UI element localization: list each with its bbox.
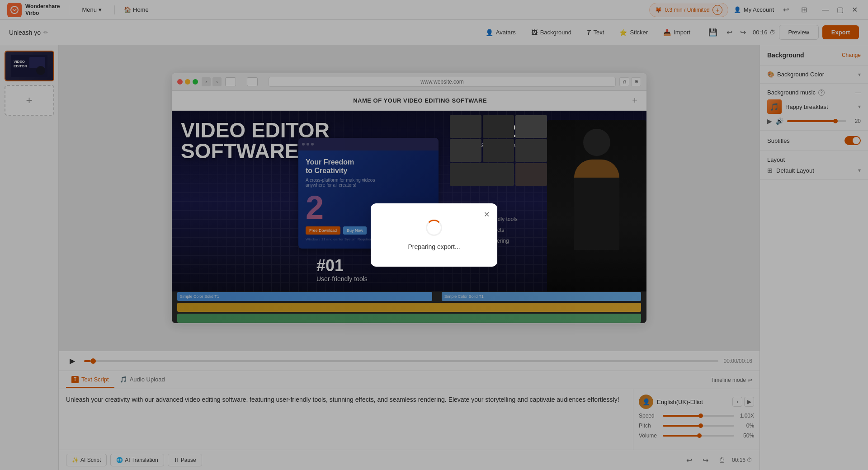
modal-text: Preparing export... — [408, 243, 460, 250]
modal-overlay: ✕ Preparing export... — [0, 0, 868, 470]
modal-close-button[interactable]: ✕ — [481, 209, 492, 220]
export-modal: ✕ Preparing export... — [371, 203, 497, 267]
loading-spinner — [426, 220, 442, 236]
